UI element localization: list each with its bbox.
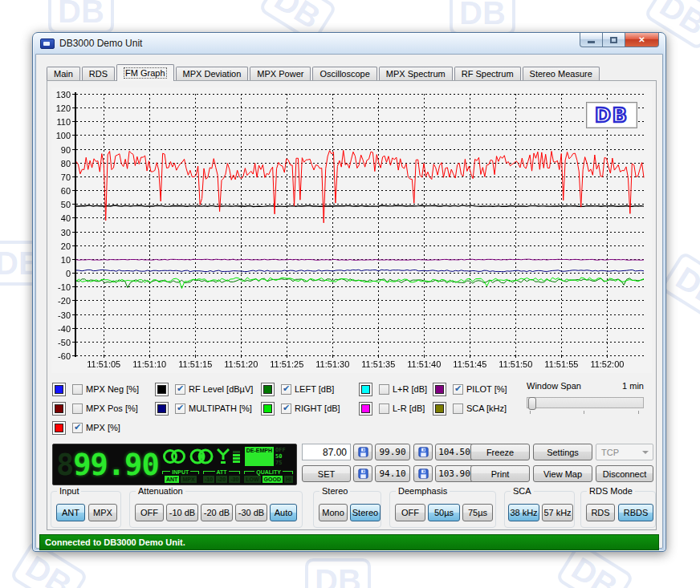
tab-strip: Main RDS FM Graph MPX Deviation MPX Powe… bbox=[47, 65, 601, 81]
series-color bbox=[263, 404, 272, 413]
slider-thumb[interactable] bbox=[528, 397, 536, 410]
status-text: Connected to DB3000 Demo Unit. bbox=[45, 537, 185, 547]
deemphasis-off-button[interactable]: OFF bbox=[395, 504, 425, 521]
rds-mode-rbds-button[interactable]: RBDS bbox=[618, 504, 653, 521]
series-color-button[interactable] bbox=[52, 402, 66, 416]
tab-mpx-power[interactable]: MPX Power bbox=[250, 67, 311, 81]
watermark: DB bbox=[305, 558, 371, 588]
freeze-button[interactable]: Freeze bbox=[470, 444, 530, 460]
preset-1-button[interactable]: 99.90 bbox=[375, 444, 410, 460]
tab-main[interactable]: Main bbox=[47, 67, 80, 81]
tab-rds[interactable]: RDS bbox=[82, 67, 115, 81]
series-color-button[interactable] bbox=[261, 383, 275, 396]
settings-button[interactable]: Settings bbox=[533, 444, 592, 460]
lcd-input-mpx: MPX bbox=[181, 476, 196, 483]
series-color-button[interactable] bbox=[52, 421, 66, 435]
lcd-att-group: ATT -10 -20 -30 bbox=[203, 469, 240, 483]
floppy-save-icon bbox=[418, 468, 429, 479]
series-checkbox[interactable] bbox=[72, 403, 83, 414]
frequency-input[interactable] bbox=[302, 444, 351, 460]
save-preset-1-button[interactable] bbox=[353, 444, 372, 460]
series-color-button[interactable] bbox=[155, 402, 169, 416]
fm-graph-panel: DB MPX Neg [%] MPX Pos [%] MPX [%] bbox=[47, 80, 657, 530]
rds-mode-group: RDS Mode RDS RBDS bbox=[580, 491, 656, 528]
fm-graph-chart[interactable] bbox=[51, 87, 652, 373]
tab-oscilloscope[interactable]: Oscilloscope bbox=[312, 67, 376, 81]
legend-label: LEFT [dB] bbox=[295, 384, 334, 394]
sca-57khz-button[interactable]: 57 kHz bbox=[542, 504, 573, 521]
preset-4-button[interactable]: 103.90 bbox=[435, 465, 474, 482]
title-bar[interactable]: DB3000 Demo Unit ✕ bbox=[33, 33, 665, 54]
app-icon bbox=[40, 39, 55, 49]
series-color-button[interactable] bbox=[155, 383, 169, 396]
series-color-button[interactable] bbox=[433, 402, 446, 416]
series-checkbox[interactable] bbox=[175, 403, 185, 414]
save-preset-2-button[interactable] bbox=[413, 444, 433, 460]
stereo-stereo-button[interactable]: Stereo bbox=[350, 504, 381, 521]
series-checkbox[interactable] bbox=[453, 384, 463, 395]
input-group: Input ANT MPX bbox=[51, 491, 121, 528]
series-checkbox[interactable] bbox=[281, 403, 291, 414]
deemphasis-50us-button[interactable]: 50µs bbox=[428, 504, 460, 521]
series-color-button[interactable] bbox=[359, 383, 372, 396]
save-preset-3-button[interactable] bbox=[353, 465, 372, 482]
tab-mpx-spectrum[interactable]: MPX Spectrum bbox=[379, 67, 453, 81]
input-ant-button[interactable]: ANT bbox=[56, 504, 85, 521]
lcd-frequency: 99.90 bbox=[73, 448, 158, 482]
window-client-area: Main RDS FM Graph MPX Deviation MPX Powe… bbox=[35, 54, 663, 549]
lcd-quality-low: LOW bbox=[244, 476, 260, 483]
attenuation-30db-button[interactable]: -30 dB bbox=[235, 504, 267, 521]
attenuation-group: Attenuation OFF -10 dB -20 dB -30 dB Aut… bbox=[129, 491, 303, 528]
series-color-button[interactable] bbox=[359, 402, 372, 416]
legend-item-pilot: PILOT [%] bbox=[433, 382, 507, 396]
connection-type-dropdown[interactable]: TCP bbox=[596, 444, 653, 460]
attenuation-off-button[interactable]: OFF bbox=[135, 504, 164, 521]
tab-stereo-measure[interactable]: Stereo Measure bbox=[523, 67, 600, 81]
series-checkbox[interactable] bbox=[379, 384, 389, 395]
tab-mpx-deviation[interactable]: MPX Deviation bbox=[176, 67, 249, 81]
view-map-button[interactable]: View Map bbox=[533, 465, 592, 482]
tab-fm-graph[interactable]: FM Graph bbox=[116, 64, 174, 81]
series-color bbox=[55, 424, 63, 432]
attenuation-10db-button[interactable]: -10 dB bbox=[166, 504, 198, 521]
close-button[interactable]: ✕ bbox=[625, 33, 659, 47]
series-checkbox[interactable] bbox=[453, 403, 463, 414]
lcd-att-20: -20 bbox=[216, 476, 227, 483]
legend-item-multipath: MULTIPATH [%] bbox=[155, 401, 252, 416]
set-button[interactable]: SET bbox=[302, 465, 351, 482]
save-preset-4-button[interactable] bbox=[413, 465, 433, 482]
legend-label: SCA [kHz] bbox=[466, 403, 507, 413]
print-button[interactable]: Print bbox=[470, 465, 530, 482]
floppy-save-icon bbox=[358, 447, 368, 457]
preset-3-button[interactable]: 94.10 bbox=[375, 465, 410, 482]
maximize-button[interactable] bbox=[603, 33, 625, 47]
lcd-quality-group: QUALITY LOW GOOD HI bbox=[244, 469, 293, 483]
minimize-button[interactable] bbox=[580, 33, 603, 47]
legend-item-l-minus-r: L-R [dB] bbox=[359, 401, 425, 416]
preset-2-button[interactable]: 104.50 bbox=[435, 444, 474, 460]
window-span-control: Window Span 1 min bbox=[527, 381, 644, 416]
lcd-att-10: -10 bbox=[203, 476, 214, 483]
series-color-button[interactable] bbox=[52, 383, 66, 396]
sca-38khz-button[interactable]: 38 kHz bbox=[508, 504, 539, 521]
tab-rf-spectrum[interactable]: RF Spectrum bbox=[454, 67, 521, 81]
legend-item-mpx-pos: MPX Pos [%] bbox=[52, 401, 138, 416]
stereo-mono-button[interactable]: Mono bbox=[319, 504, 348, 521]
input-mpx-button[interactable]: MPX bbox=[88, 504, 117, 521]
disconnect-button[interactable]: Disconnect bbox=[596, 465, 653, 482]
window-span-slider[interactable] bbox=[527, 397, 644, 408]
rds-mode-rds-button[interactable]: RDS bbox=[586, 504, 615, 521]
series-checkbox[interactable] bbox=[175, 384, 185, 395]
series-checkbox[interactable] bbox=[379, 403, 389, 414]
deemphasis-75us-button[interactable]: 75µs bbox=[462, 504, 493, 521]
series-checkbox[interactable] bbox=[281, 384, 291, 395]
attenuation-auto-button[interactable]: Auto bbox=[270, 504, 297, 521]
series-checkbox[interactable] bbox=[72, 384, 83, 395]
window-span-label: Window Span bbox=[527, 381, 581, 391]
attenuation-20db-button[interactable]: -20 dB bbox=[201, 504, 233, 521]
series-color-button[interactable] bbox=[261, 402, 275, 416]
slider-ticks bbox=[527, 411, 644, 416]
maximize-icon bbox=[610, 37, 617, 43]
series-color-button[interactable] bbox=[433, 383, 446, 396]
series-checkbox[interactable] bbox=[72, 423, 83, 433]
